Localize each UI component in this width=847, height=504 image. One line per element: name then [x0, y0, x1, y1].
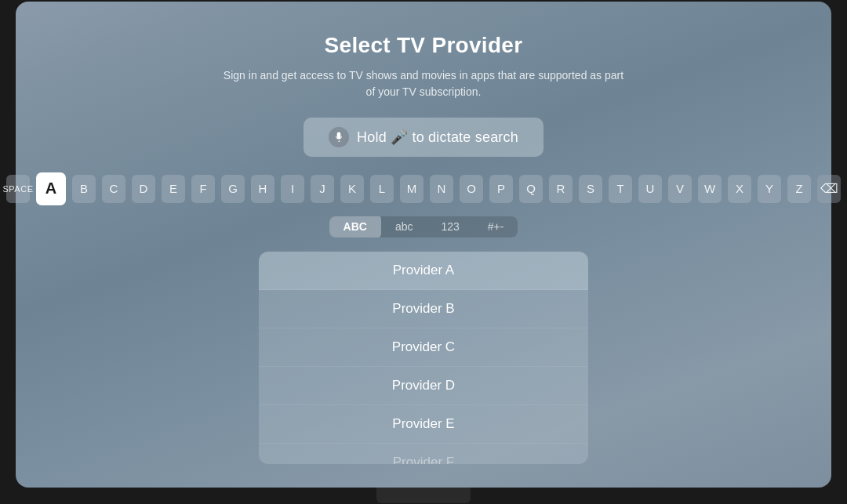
- mode-ABC[interactable]: ABC: [329, 216, 381, 238]
- keyboard-mode-row: ABC abc 123 #+-: [329, 216, 518, 238]
- keyboard-row: SPACE A B C D E F G H I J K L M N O P Q …: [63, 172, 784, 205]
- key-V[interactable]: V: [668, 175, 692, 203]
- mic-svg: [333, 132, 344, 143]
- key-K[interactable]: K: [340, 175, 364, 203]
- key-Z[interactable]: Z: [787, 175, 811, 203]
- key-Q[interactable]: Q: [519, 175, 543, 203]
- key-L[interactable]: L: [370, 175, 394, 203]
- provider-c[interactable]: Provider C: [259, 328, 588, 367]
- provider-f[interactable]: Provider F: [259, 444, 588, 463]
- provider-e[interactable]: Provider E: [259, 405, 588, 444]
- key-O[interactable]: O: [460, 175, 483, 203]
- key-U[interactable]: U: [638, 175, 662, 203]
- key-Y[interactable]: Y: [758, 175, 781, 203]
- mode-123[interactable]: 123: [427, 216, 473, 238]
- key-T[interactable]: T: [609, 175, 632, 203]
- key-G[interactable]: G: [221, 175, 245, 203]
- key-C[interactable]: C: [102, 175, 125, 203]
- key-A[interactable]: A: [36, 172, 66, 205]
- key-X[interactable]: X: [728, 175, 751, 203]
- key-R[interactable]: R: [549, 175, 573, 203]
- dictate-search-button[interactable]: Hold 🎤 to dictate search: [304, 118, 543, 157]
- key-I[interactable]: I: [281, 175, 304, 203]
- tv-stand: [376, 486, 471, 503]
- key-B[interactable]: B: [72, 175, 96, 203]
- space-key[interactable]: SPACE: [6, 175, 30, 203]
- mic-icon: [329, 127, 349, 147]
- key-N[interactable]: N: [430, 175, 453, 203]
- mode-symbols[interactable]: #+-: [474, 216, 518, 238]
- mode-abc[interactable]: abc: [381, 216, 427, 238]
- tv-screen: Select TV Provider Sign in and get acces…: [16, 2, 831, 488]
- key-F[interactable]: F: [191, 175, 215, 203]
- key-P[interactable]: P: [489, 175, 513, 203]
- key-S[interactable]: S: [579, 175, 602, 203]
- key-D[interactable]: D: [132, 175, 155, 203]
- page-subtitle: Sign in and get access to TV shows and m…: [220, 67, 627, 100]
- key-J[interactable]: J: [311, 175, 334, 203]
- providers-list: Provider A Provider B Provider C Provide…: [259, 252, 588, 463]
- key-E[interactable]: E: [162, 175, 185, 203]
- provider-d[interactable]: Provider D: [259, 367, 588, 405]
- provider-b[interactable]: Provider B: [259, 290, 588, 328]
- key-H[interactable]: H: [251, 175, 274, 203]
- key-M[interactable]: M: [400, 175, 424, 203]
- provider-a[interactable]: Provider A: [259, 252, 588, 290]
- dictate-label: Hold 🎤 to dictate search: [357, 129, 518, 146]
- page-title: Select TV Provider: [325, 33, 523, 58]
- key-W[interactable]: W: [698, 175, 722, 203]
- delete-key[interactable]: ⌫: [817, 175, 841, 203]
